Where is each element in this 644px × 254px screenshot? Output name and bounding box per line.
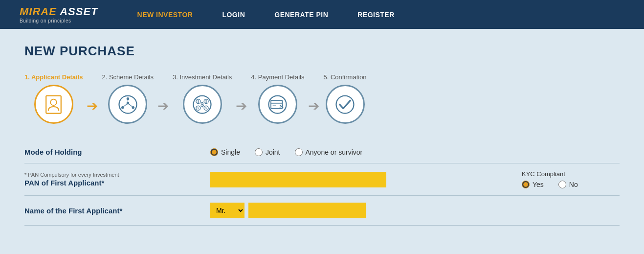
nav-generate-pin[interactable]: GENERATE PIN [274,11,328,19]
arrow-4: ➔ [308,98,319,114]
kyc-title: KYC Compliant [522,170,620,178]
step-1-label: 1. Applicant Details [24,73,83,81]
kyc-radio-group: Yes No [522,181,620,188]
radio-anyone-survivor[interactable]: Anyone or survivor [295,148,363,156]
steps-container: 1. Applicant Details ➔ 2. Scheme Details [24,73,620,124]
radio-joint-label: Joint [266,148,280,156]
radio-anyone-label: Anyone or survivor [306,148,363,156]
pan-note: * PAN Compulsory for every Investment [24,172,210,178]
nav-new-investor[interactable]: NEW INVESTOR [137,11,193,19]
pan-label: PAN of First Applicant* [24,179,210,187]
name-label-col: Name of the First Applicant* [24,207,210,215]
kyc-col: KYC Compliant Yes No [522,170,620,188]
svg-point-9 [126,102,129,104]
pan-row: * PAN Compulsory for every Investment PA… [24,163,620,196]
step-applicant-details: 1. Applicant Details [24,73,83,124]
header: MIRAE ASSET Building on principles NEW I… [0,0,644,29]
step-investment-details: 3. Investment Details $ $ $ $ $ [173,73,232,124]
svg-point-3 [126,97,129,100]
mode-of-holding-label: Mode of Holding [24,148,210,156]
svg-text:$: $ [205,99,207,103]
kyc-no-input[interactable] [558,181,566,188]
svg-point-20 [269,95,287,113]
step-5-icon[interactable] [326,85,365,124]
arrow-3: ➔ [236,98,247,114]
main-content: NEW PURCHASE 1. Applicant Details ➔ 2. S… [0,29,644,254]
logo-area: MIRAE ASSET Building on principles [20,5,98,23]
name-input[interactable] [248,203,366,218]
mode-of-holding-radio-group: Single Joint Anyone or survivor [210,148,362,156]
kyc-no[interactable]: No [558,181,578,188]
step-3-label: 3. Investment Details [173,73,232,81]
radio-anyone-input[interactable] [295,148,303,156]
kyc-yes[interactable]: Yes [522,181,544,188]
step-confirmation: 5. Confirmation [323,73,366,124]
salutation-select[interactable]: Mr. Mrs. Ms. Dr. [210,203,244,218]
pan-label-col: * PAN Compulsory for every Investment PA… [24,172,210,187]
svg-point-24 [336,95,354,113]
step-4-icon[interactable] [258,85,297,124]
svg-text:$: $ [198,99,200,103]
kyc-no-label: No [569,181,578,188]
step-1-icon[interactable] [34,85,73,124]
radio-joint[interactable]: Joint [255,148,280,156]
pan-input[interactable] [210,172,386,187]
form-section: Mode of Holding Single Joint Anyone or s… [24,141,620,226]
page-title: NEW PURCHASE [24,44,620,59]
mode-of-holding-controls: Single Joint Anyone or survivor [210,148,620,156]
step-2-label: 2. Scheme Details [102,73,154,81]
step-payment-details: 4. Payment Details [251,73,304,124]
step-scheme-details: 2. Scheme Details [102,73,154,124]
nav-login[interactable]: LOGIN [222,11,245,19]
nav-register[interactable]: REGISTER [357,11,395,19]
mode-of-holding-row: Mode of Holding Single Joint Anyone or s… [24,141,620,163]
kyc-yes-input[interactable] [522,181,530,188]
pan-controls [210,172,512,187]
name-row: Name of the First Applicant* Mr. Mrs. Ms… [24,196,620,226]
name-controls: Mr. Mrs. Ms. Dr. [210,203,620,218]
arrow-2: ➔ [157,98,169,114]
logo-subtitle: Building on principles [20,18,98,23]
step-4-label: 4. Payment Details [251,73,304,81]
kyc-yes-label: Yes [533,181,544,188]
logo-text: MIRAE ASSET [20,5,98,18]
radio-joint-input[interactable] [255,148,263,156]
svg-text:$: $ [205,106,207,110]
mode-of-holding-label-col: Mode of Holding [24,148,210,156]
step-3-icon[interactable]: $ $ $ $ $ [183,85,222,124]
radio-single[interactable]: Single [210,148,240,156]
radio-single-label: Single [221,148,240,156]
step-5-label: 5. Confirmation [323,73,366,81]
logo-mirae: MIRAE [20,5,60,18]
svg-text:$: $ [200,101,204,108]
name-label: Name of the First Applicant* [24,207,210,215]
main-nav: NEW INVESTOR LOGIN GENERATE PIN REGISTER [137,11,395,19]
svg-text:$: $ [198,106,200,110]
radio-single-input[interactable] [210,148,218,156]
arrow-1: ➔ [87,98,98,114]
step-2-icon[interactable] [108,85,147,124]
name-input-group: Mr. Mrs. Ms. Dr. [210,203,366,218]
